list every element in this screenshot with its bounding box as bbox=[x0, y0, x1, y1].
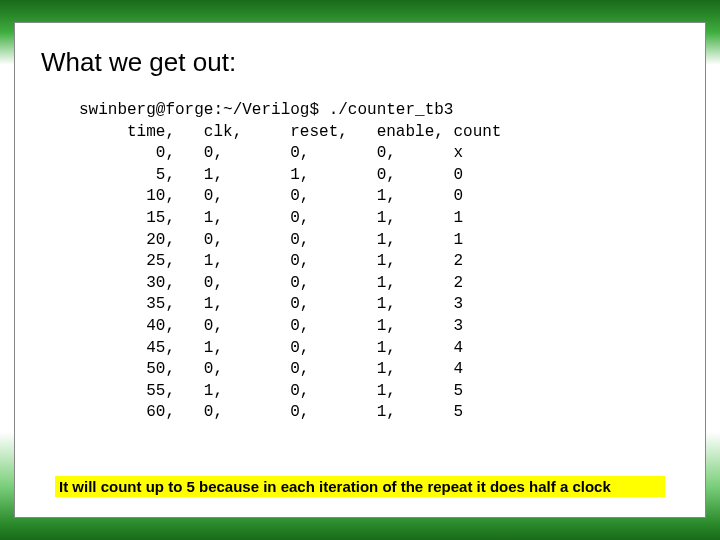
slide: What we get out: swinberg@forge:~/Verilo… bbox=[0, 0, 720, 540]
output-table: time, clk, reset, enable, count 0, 0, 0,… bbox=[79, 122, 685, 424]
footer-note: It will count up to 5 because in each it… bbox=[55, 476, 665, 497]
footer-highlight: It will count up to 5 because in each it… bbox=[55, 476, 665, 497]
command-line: swinberg@forge:~/Verilog$ ./counter_tb3 bbox=[79, 100, 685, 122]
content-panel: What we get out: swinberg@forge:~/Verilo… bbox=[14, 22, 706, 518]
slide-title: What we get out: bbox=[41, 47, 685, 78]
